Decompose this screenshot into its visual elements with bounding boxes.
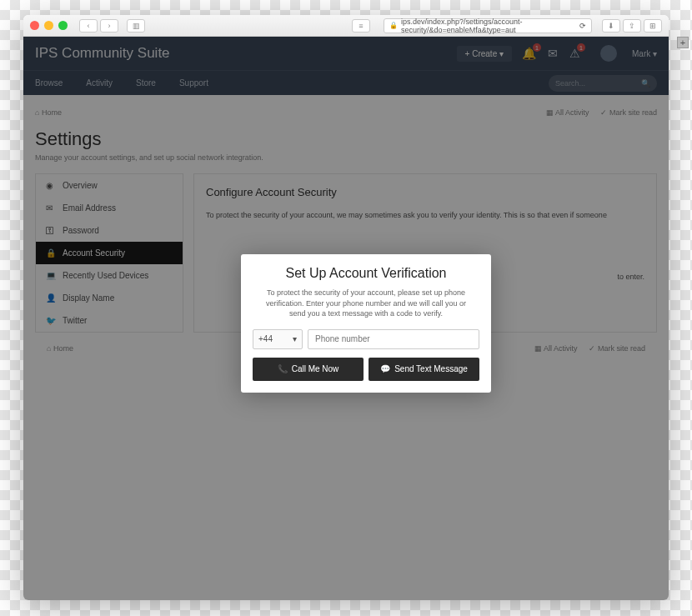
all-activity-link[interactable]: ▦ All Activity (546, 108, 589, 117)
reload-icon[interactable]: ⟳ (579, 22, 586, 30)
call-me-button[interactable]: 📞Call Me Now (253, 358, 364, 381)
reader-button[interactable]: ≡ (352, 19, 370, 33)
verification-modal: Set Up Account Verification To protect t… (241, 254, 491, 393)
site-brand[interactable]: IPS Community Suite (35, 45, 457, 62)
address-bar[interactable]: 🔒 ips.dev/index.php?/settings/account-se… (384, 18, 592, 33)
sidebar-item-overview[interactable]: ◉Overview (36, 174, 183, 197)
new-tab-button[interactable]: + (677, 37, 689, 48)
phone-input[interactable] (308, 329, 479, 349)
page-title: Settings (35, 128, 657, 150)
chevron-down-icon: ▾ (293, 334, 297, 343)
comment-icon: 💬 (380, 364, 390, 373)
breadcrumb-bottom[interactable]: ⌂ Home (47, 344, 73, 353)
sidebar-item-devices[interactable]: 💻Recently Used Devices (36, 264, 183, 287)
search-input[interactable]: Search... 🔍 (549, 75, 657, 92)
key-icon: ⚿ (46, 226, 56, 235)
mail-icon: ✉ (46, 203, 56, 213)
user-icon: 👤 (46, 293, 56, 303)
modal-description: To protect the security of your account,… (253, 281, 479, 329)
sidebar-item-email[interactable]: ✉Email Address (36, 197, 183, 219)
nav-support[interactable]: Support (179, 78, 208, 88)
lock-icon: 🔒 (46, 248, 56, 258)
laptop-icon: 💻 (46, 271, 56, 280)
panel-text-1: To protect the security of your account,… (206, 210, 644, 222)
username-dropdown[interactable]: Mark ▾ (632, 49, 657, 58)
panel-title: Configure Account Security (206, 186, 644, 198)
download-button[interactable]: ⬇ (602, 19, 620, 33)
forward-button[interactable]: › (100, 19, 118, 33)
sidebar-item-password[interactable]: ⚿Password (36, 219, 183, 242)
sidebar-item-security[interactable]: 🔒Account Security (36, 242, 183, 264)
country-code-select[interactable]: +44▾ (253, 329, 303, 349)
sidebar-item-display-name[interactable]: 👤Display Name (36, 287, 183, 309)
url-text: ips.dev/index.php?/settings/account-secu… (401, 18, 576, 34)
send-text-button[interactable]: 💬Send Text Message (369, 358, 479, 381)
main-nav: Browse Activity Store Support Search... … (23, 70, 669, 95)
back-button[interactable]: ‹ (79, 19, 98, 33)
twitter-icon: 🐦 (46, 316, 56, 325)
maximize-window[interactable] (58, 21, 68, 30)
avatar[interactable] (600, 45, 617, 62)
modal-title: Set Up Account Verification (253, 266, 479, 281)
phone-icon: 📞 (278, 364, 288, 373)
share-button[interactable]: ⇪ (623, 19, 641, 33)
site-header: IPS Community Suite + Create ▾ 🔔1 ✉ ⚠1 M… (23, 37, 669, 70)
page-subtitle: Manage your account settings, and set up… (35, 153, 657, 162)
settings-sidebar: ◉Overview ✉Email Address ⚿Password 🔒Acco… (35, 173, 183, 333)
all-activity-link-bottom[interactable]: ▦ All Activity (534, 344, 578, 353)
lock-icon: 🔒 (389, 22, 398, 29)
mark-read-link-bottom[interactable]: ✓ Mark site read (589, 344, 645, 353)
create-button[interactable]: + Create ▾ (457, 46, 512, 62)
sidebar-toggle[interactable]: ▥ (127, 19, 145, 33)
notifications-icon[interactable]: 🔔1 (522, 47, 536, 60)
alerts-icon[interactable]: ⚠1 (569, 47, 580, 60)
mark-read-link[interactable]: ✓ Mark site read (600, 108, 657, 117)
breadcrumb[interactable]: ⌂ Home (35, 108, 62, 117)
search-icon[interactable]: 🔍 (641, 79, 650, 88)
nav-browse[interactable]: Browse (35, 78, 63, 88)
messages-icon[interactable]: ✉ (548, 47, 558, 60)
nav-activity[interactable]: Activity (86, 78, 113, 88)
dashboard-icon: ◉ (46, 181, 56, 190)
tabs-button[interactable]: ⊞ (644, 19, 662, 33)
nav-store[interactable]: Store (136, 78, 156, 88)
minimize-window[interactable] (44, 21, 53, 30)
sidebar-item-twitter[interactable]: 🐦Twitter (36, 309, 183, 332)
close-window[interactable] (30, 21, 39, 30)
browser-titlebar: ‹ › ▥ ≡ 🔒 ips.dev/index.php?/settings/ac… (23, 15, 669, 37)
